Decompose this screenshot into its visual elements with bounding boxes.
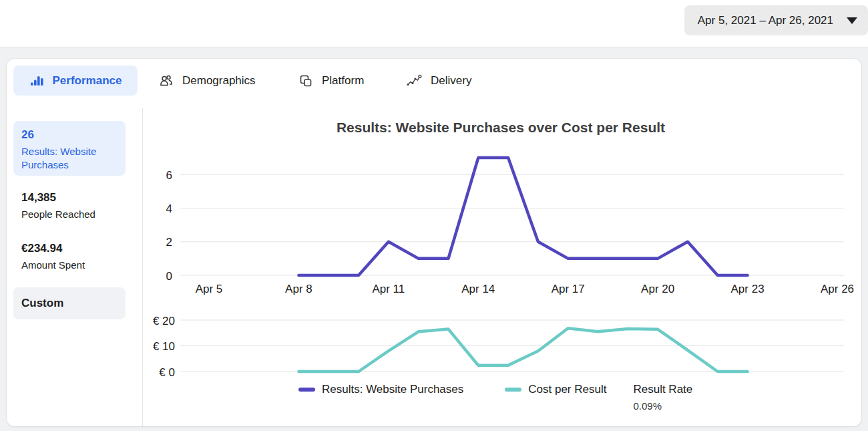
ads-performance-page: Apr 5, 2021 – Apr 26, 2021 Performance [0,0,868,431]
metric-label: People Reached [21,208,126,221]
cost-series-swatch [505,388,521,392]
tab-demographics-label: Demographics [182,74,256,88]
x-axis-tick-label: Apr 23 [731,283,765,295]
insights-card: Performance Demographics Platform [7,59,861,426]
bar-chart-icon [29,74,44,88]
metric-value: 26 [21,128,118,142]
x-axis-tick-label: Apr 5 [196,283,223,295]
metric-value: 14,385 [21,191,126,204]
metric-amount-spent[interactable]: €234.94 Amount Spent [21,242,126,272]
y-axis-tick-label: 4 [166,202,172,215]
y-axis-tick-label: € 10 [153,340,175,353]
cost-per-result-line-chart: € 0€ 10€ 20 [140,309,861,379]
y-axis-tick-label: € 0 [159,366,175,379]
metric-label: Results: Website Purchases [21,145,118,172]
tab-platform-label: Platform [322,74,364,88]
metric-results-website-purchases[interactable]: 26 Results: Website Purchases [13,121,126,176]
chart-title: Results: Website Purchases over Cost per… [140,120,861,136]
metric-value: €234.94 [21,242,126,255]
y-axis-tick-label: 0 [166,270,172,283]
legend-label: Results: Website Purchases [322,382,463,397]
x-axis-tick-label: Apr 8 [285,283,312,295]
result-rate-value: 0.09% [633,400,692,412]
tab-delivery[interactable]: Delivery [406,65,471,96]
chart-legend: Results: Website Purchases Cost per Resu… [140,382,861,412]
tab-demographics[interactable]: Demographics [159,65,256,96]
legend-item-result-rate: Result Rate 0.09% [633,382,692,412]
trend-dots-icon [406,74,422,88]
date-range-selector[interactable]: Apr 5, 2021 – Apr 26, 2021 [684,5,868,35]
x-axis-tick-label: Apr 11 [372,283,405,295]
legend-item-cost: Cost per Result [505,382,606,397]
tab-platform[interactable]: Platform [298,65,364,96]
legend-label: Cost per Result [528,382,606,397]
x-axis-tick-label: Apr 26 [821,283,854,295]
legend-item-results: Results: Website Purchases [298,382,463,397]
x-axis-tick-label: Apr 17 [552,283,585,295]
x-axis-tick-label: Apr 20 [641,283,674,295]
y-axis-tick-label: 2 [166,236,172,249]
overlapping-squares-icon [298,74,313,88]
tab-performance-label: Performance [53,74,122,88]
x-axis-tick-label: Apr 14 [461,283,495,295]
tab-performance[interactable]: Performance [13,65,138,96]
results-line [298,158,747,275]
date-range-text: Apr 5, 2021 – Apr 26, 2021 [698,14,833,27]
cost-line [298,328,747,372]
results-series-swatch [298,388,315,392]
results-line-chart: 0246Apr 5Apr 8Apr 11Apr 14Apr 17Apr 20Ap… [140,150,861,304]
metric-label: Amount Spent [21,259,126,272]
custom-button-label: Custom [21,297,63,310]
metric-people-reached[interactable]: 14,385 People Reached [21,191,126,221]
y-axis-tick-label: € 20 [153,315,175,327]
custom-metric-button[interactable]: Custom [13,287,126,319]
tab-delivery-label: Delivery [431,74,471,88]
y-axis-tick-label: 6 [166,169,172,182]
people-icon [159,74,174,88]
legend-label: Result Rate [633,382,692,397]
chevron-down-icon [847,17,857,24]
